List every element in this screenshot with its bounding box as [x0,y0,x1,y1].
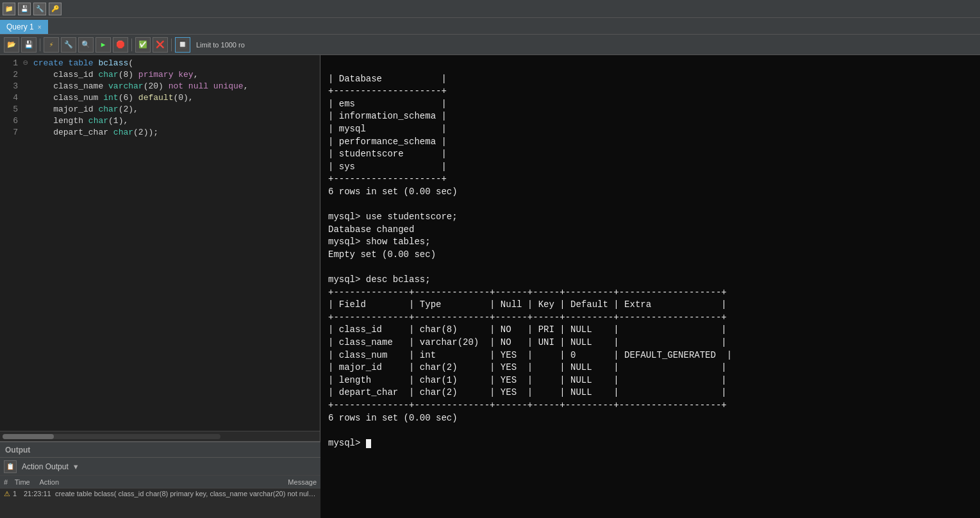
line-number-7: 7 [0,127,23,138]
toolbar-separator-2 [131,38,132,51]
limit-label: Limit to 1000 ro [196,41,245,49]
main-content: 1 ⊖ create table bclass( 2 class_id char… [0,55,980,518]
line-code-7: depart_char char(2)); [33,127,158,138]
line-number-5: 5 [0,104,23,115]
scrollbar-thumb[interactable] [3,434,54,439]
editor-scrollbar[interactable] [0,431,320,441]
line-code-3: class_name varchar(20) not null unique, [33,81,249,92]
scrollbar-track[interactable] [3,434,220,439]
line-number-2: 2 [0,69,23,81]
search-button[interactable]: 🔍 [78,37,94,53]
stop-button[interactable]: 🛑 [113,37,128,53]
col-header-time: Time [15,478,40,486]
code-line-3: 3 class_name varchar(20) not null unique… [0,81,320,92]
tab-bar: Query 1 × [0,18,980,35]
line-code-2: class_id char(8) primary key, [33,69,199,81]
view-button[interactable]: 🔲 [175,37,190,53]
terminal-panel[interactable]: | Database | +--------------------+ | em… [320,55,980,518]
code-line-4: 4 class_num int(6) default(0), [0,92,320,104]
col-header-hash: # [4,478,15,486]
run-button[interactable]: ▶ [96,37,111,53]
tab-close-button[interactable]: × [38,24,42,31]
format-button[interactable]: 🔧 [61,37,76,53]
line-code-6: length char(1), [33,115,128,127]
line-number-1: 1 [0,58,23,69]
warning-icon: ⚠ [4,490,10,498]
cancel-button[interactable]: ❌ [153,37,168,53]
code-editor[interactable]: 1 ⊖ create table bclass( 2 class_id char… [0,55,320,441]
output-copy-button[interactable]: 📋 [4,460,17,473]
terminal-content: | Database | +--------------------+ | em… [328,74,732,448]
line-code-5: major_id char(2), [33,104,138,115]
line-number-3: 3 [0,81,23,92]
line-number-6: 6 [0,115,23,127]
toolbar-icon-3[interactable]: 🔧 [33,3,46,15]
top-toolbar: 📁 💾 🔧 🔑 [0,0,980,18]
line-code-4: class_num int(6) default(0), [33,92,194,104]
col-header-message: Message [288,478,317,486]
row-time-1: 21:23:11 [24,490,55,497]
code-line-2: 2 class_id char(8) primary key, [0,69,320,81]
output-toolbar: 📋 Action Output ▼ [0,458,320,476]
tab-label: Query 1 [6,22,34,31]
terminal-cursor [366,439,371,448]
code-line-7: 7 depart_char char(2)); [0,127,320,138]
toolbar-icon-2[interactable]: 💾 [18,3,31,15]
output-header: Output [0,442,320,458]
save-button[interactable]: 💾 [21,37,37,53]
check-button[interactable]: ✅ [135,37,151,53]
code-line-5: 5 major_id char(2), [0,104,320,115]
output-header-label: Output [5,446,30,455]
row-num-1: 1 [13,490,24,497]
toolbar-separator-1 [40,38,40,51]
output-panel: Output 📋 Action Output ▼ # Time Action M… [0,441,320,518]
line-code-1: create table bclass( [33,58,133,69]
output-row-1: ⚠ 1 21:23:11 create table bclass( class_… [0,489,320,499]
action-output-dropdown[interactable]: ▼ [72,463,79,471]
toolbar-icon-4[interactable]: 🔑 [49,3,62,15]
line-arrow-1: ⊖ [23,58,33,69]
action-output-label: Action Output [22,462,69,471]
query-tab-1[interactable]: Query 1 × [0,20,48,34]
toolbar-icon-1[interactable]: 📁 [3,3,15,15]
code-line-1: 1 ⊖ create table bclass( [0,58,320,69]
left-panel: 1 ⊖ create table bclass( 2 class_id char… [0,55,320,518]
line-number-4: 4 [0,92,23,104]
execute-button[interactable]: ⚡ [44,37,59,53]
open-file-button[interactable]: 📂 [4,37,19,53]
code-line-6: 6 length char(1), [0,115,320,127]
toolbar-separator-3 [171,38,172,51]
output-table-header: # Time Action Message [0,476,320,489]
col-header-action: Action [39,478,288,486]
code-area[interactable]: 1 ⊖ create table bclass( 2 class_id char… [0,55,320,431]
row-action-1: create table bclass( class_id char(8) pr… [55,490,317,497]
query-toolbar: 📂 💾 ⚡ 🔧 🔍 ▶ 🛑 ✅ ❌ 🔲 Limit to 1000 ro [0,35,980,55]
